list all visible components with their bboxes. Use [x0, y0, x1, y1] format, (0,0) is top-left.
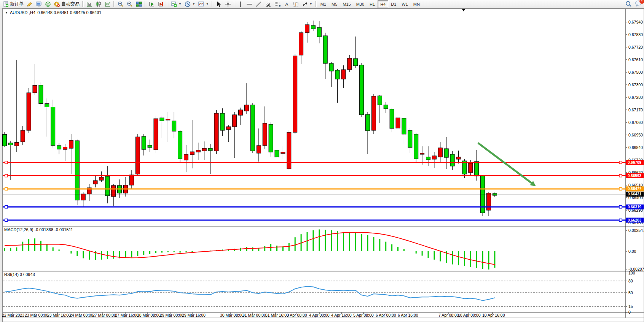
svg-text:0.67500: 0.67500: [628, 70, 643, 75]
text-label-tool[interactable]: T: [291, 0, 300, 8]
arrows-tool[interactable]: ▼: [300, 0, 314, 8]
channel-icon: E: [265, 1, 271, 7]
new-chart-button[interactable]: ▼: [169, 0, 183, 8]
toolbar-separator: [82, 1, 84, 7]
svg-text:0.67610: 0.67610: [628, 57, 643, 62]
svg-text:0.66950: 0.66950: [628, 133, 643, 137]
template-icon: [198, 1, 204, 7]
bar-chart-button[interactable]: [85, 0, 94, 8]
svg-text:3 Apr 08:00: 3 Apr 08:00: [287, 313, 307, 317]
tab-w1[interactable]: W1: [399, 0, 411, 8]
crosshair-tool-button[interactable]: [223, 0, 233, 8]
styler-button[interactable]: [25, 0, 34, 8]
channel-tool[interactable]: E: [263, 0, 273, 8]
templates-button[interactable]: ▼: [197, 0, 210, 8]
vertical-line-icon: [238, 1, 243, 7]
svg-text:10 Apr 00:00: 10 Apr 00:00: [458, 313, 481, 317]
tab-m1[interactable]: M1: [318, 0, 329, 8]
line-chart-button[interactable]: [103, 0, 112, 8]
tile-windows-button[interactable]: [134, 0, 143, 8]
arrows-icon: [302, 1, 308, 7]
svg-text:0.67720: 0.67720: [628, 45, 643, 49]
svg-text:0.66593: 0.66593: [628, 174, 642, 178]
svg-text:0.67170: 0.67170: [628, 108, 643, 112]
tab-mn[interactable]: MN: [411, 0, 422, 8]
cursor-icon: [216, 1, 222, 7]
tab-h1[interactable]: H1: [367, 0, 378, 8]
svg-text:23 Mar 00:00: 23 Mar 00:00: [25, 313, 48, 317]
svg-text:4 Apr 00:00: 4 Apr 00:00: [309, 313, 330, 317]
new-chart-icon: [171, 1, 177, 7]
terminal-button[interactable]: [34, 0, 43, 8]
svg-text:0.66709: 0.66709: [628, 160, 642, 165]
chevron-down-icon[interactable]: ▼: [5, 11, 8, 14]
svg-text:0: 0: [628, 310, 631, 314]
svg-text:0.67830: 0.67830: [628, 32, 643, 37]
chart-shift-icon: [149, 1, 155, 7]
text-tool[interactable]: A: [283, 0, 291, 8]
svg-text:0.67940: 0.67940: [628, 20, 643, 24]
svg-text:28 Mar 08:00: 28 Mar 08:00: [137, 313, 161, 317]
fibonacci-icon: F: [274, 1, 281, 7]
chart-end-icon: [158, 1, 164, 7]
svg-text:80: 80: [628, 279, 633, 283]
svg-text:0.67280: 0.67280: [628, 95, 643, 100]
main-toolbar: 新订单 自动交易: [0, 0, 644, 8]
terminal-icon: [36, 1, 42, 7]
auto-scroll-button[interactable]: [147, 0, 156, 8]
candle-chart-button[interactable]: [94, 0, 103, 8]
svg-text:0.67390: 0.67390: [628, 82, 643, 87]
svg-text:27 Mar 16:00: 27 Mar 16:00: [115, 313, 139, 317]
tab-h4[interactable]: H4: [378, 0, 388, 8]
tab-d1[interactable]: D1: [388, 0, 399, 8]
svg-text:30 Mar 08:00: 30 Mar 08:00: [220, 313, 244, 317]
period-icon: [185, 1, 191, 7]
svg-text:0.002547: 0.002547: [628, 228, 644, 233]
new-order-button[interactable]: 新订单: [1, 0, 25, 8]
macd-indicator-label: MACD(12,26,9) -0.001868 -0.001511: [4, 227, 73, 232]
chevron-down-icon: ▼: [309, 2, 312, 6]
svg-text:50: 50: [628, 290, 633, 295]
new-order-label: 新订单: [10, 1, 24, 7]
zoom-in-button[interactable]: [116, 0, 125, 8]
chat-badge: 1: [639, 0, 644, 4]
auto-trading-button[interactable]: 自动交易: [53, 0, 81, 8]
svg-text:6 Apr 00:00: 6 Apr 00:00: [376, 313, 396, 317]
vertical-line-tool[interactable]: [236, 0, 245, 8]
svg-text:0.66319: 0.66319: [628, 205, 642, 209]
toolbar-separator: [113, 1, 115, 7]
chart-canvas[interactable]: 0.679400.678300.677200.676100.675000.673…: [0, 0, 644, 322]
svg-text:31 Mar 00:00: 31 Mar 00:00: [242, 313, 266, 317]
toolbar-separator: [234, 1, 235, 7]
svg-text:24 Mar 08:00: 24 Mar 08:00: [70, 313, 93, 317]
svg-text:0.00: 0.00: [628, 249, 636, 254]
candle-chart-icon: [96, 1, 102, 7]
tab-m30[interactable]: M30: [354, 0, 367, 8]
search-icon[interactable]: [625, 1, 632, 7]
svg-text:0.66477: 0.66477: [628, 187, 642, 191]
zoom-out-button[interactable]: [125, 0, 134, 8]
trendline-tool[interactable]: [254, 0, 263, 8]
svg-text:29 Mar 16:00: 29 Mar 16:00: [182, 313, 206, 317]
svg-text:5 Apr 08:00: 5 Apr 08:00: [353, 313, 374, 317]
label-icon: T: [293, 1, 299, 7]
svg-text:6 Apr 16:00: 6 Apr 16:00: [398, 313, 418, 317]
cursor-tool-button[interactable]: [214, 0, 223, 8]
periods-button[interactable]: ▼: [183, 0, 197, 8]
chat-button[interactable]: 1: [635, 0, 642, 8]
rsi-indicator-label: RSI(14) 37.0943: [4, 272, 35, 277]
horizontal-line-tool[interactable]: [245, 0, 254, 8]
tab-m15[interactable]: M15: [340, 0, 353, 8]
svg-text:-0.002079: -0.002079: [628, 267, 644, 271]
crosshair-icon: [225, 1, 231, 7]
trendline-icon: [255, 1, 261, 7]
brush-icon: [27, 1, 33, 7]
signals-button[interactable]: [43, 0, 53, 8]
svg-text:10 Apr 16:00: 10 Apr 16:00: [482, 313, 505, 317]
toolbar-separator: [167, 1, 168, 7]
chart-shift-end-button[interactable]: [156, 0, 166, 8]
fibonacci-tool[interactable]: F: [273, 0, 283, 8]
toolbar-separator: [212, 1, 213, 7]
tab-m5[interactable]: M5: [329, 0, 340, 8]
svg-text:A: A: [285, 2, 289, 7]
